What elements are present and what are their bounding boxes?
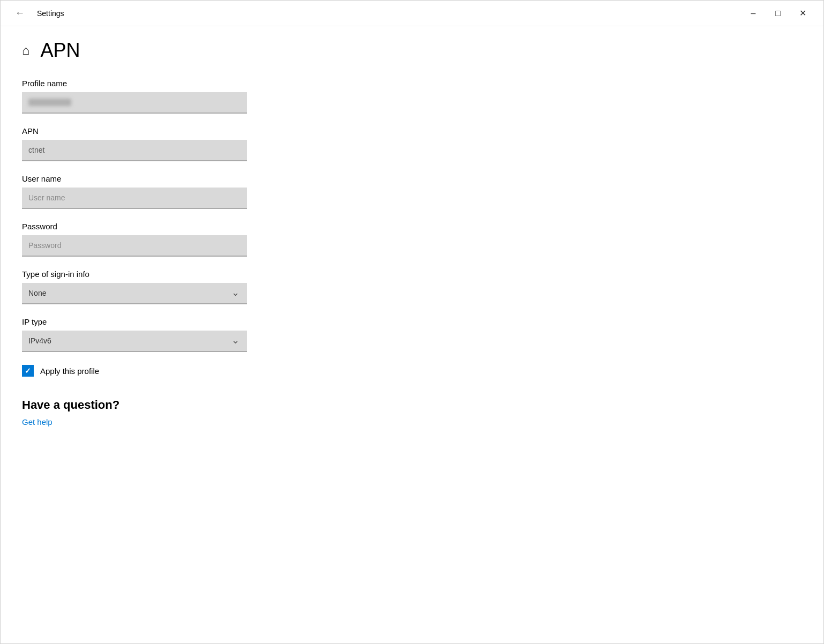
title-bar: ← Settings – □ ✕: [1, 1, 823, 26]
password-group: Password: [22, 222, 263, 257]
signin-type-label: Type of sign-in info: [22, 269, 263, 279]
apply-profile-checkbox[interactable]: ✓: [22, 365, 34, 377]
page-title: APN: [41, 39, 80, 62]
home-icon: ⌂: [22, 43, 30, 58]
username-input[interactable]: [22, 188, 247, 209]
password-label: Password: [22, 222, 263, 231]
back-icon: ←: [15, 8, 25, 19]
help-section: Have a question? Get help: [22, 398, 802, 427]
profile-name-group: Profile name: [22, 79, 263, 114]
page-header: ⌂ APN: [22, 39, 802, 62]
ip-type-select[interactable]: IPv4 IPv6 IPv4v6: [22, 331, 247, 352]
apply-profile-label: Apply this profile: [40, 366, 99, 376]
ip-type-label: IP type: [22, 317, 263, 326]
apply-profile-group: ✓ Apply this profile: [22, 365, 802, 377]
ip-type-select-wrapper: IPv4 IPv6 IPv4v6: [22, 331, 247, 352]
profile-name-blur: [28, 99, 71, 106]
signin-type-select-wrapper: None PAP CHAP MSCHAPv2: [22, 283, 247, 304]
checkmark-icon: ✓: [25, 366, 31, 375]
get-help-link[interactable]: Get help: [22, 417, 53, 426]
close-button[interactable]: ✕: [790, 1, 815, 26]
profile-name-masked-field: [22, 92, 247, 114]
back-button[interactable]: ←: [9, 3, 31, 24]
signin-type-select[interactable]: None PAP CHAP MSCHAPv2: [22, 283, 247, 304]
ip-type-group: IP type IPv4 IPv6 IPv4v6: [22, 317, 263, 352]
window-title: Settings: [37, 9, 64, 18]
signin-type-group: Type of sign-in info None PAP CHAP MSCHA…: [22, 269, 263, 304]
apn-input[interactable]: [22, 140, 247, 161]
window: ← Settings – □ ✕ ⌂ APN Profile name APN: [0, 0, 824, 644]
username-label: User name: [22, 174, 263, 183]
apn-label: APN: [22, 126, 263, 136]
title-bar-controls: – □ ✕: [741, 1, 815, 26]
question-title: Have a question?: [22, 398, 802, 412]
content-area: ⌂ APN Profile name APN User name Passwor…: [1, 26, 823, 643]
title-bar-left: ← Settings: [9, 3, 64, 24]
username-group: User name: [22, 174, 263, 209]
profile-name-label: Profile name: [22, 79, 263, 88]
maximize-button[interactable]: □: [766, 1, 790, 26]
password-input[interactable]: [22, 235, 247, 257]
minimize-button[interactable]: –: [741, 1, 766, 26]
apn-group: APN: [22, 126, 263, 161]
